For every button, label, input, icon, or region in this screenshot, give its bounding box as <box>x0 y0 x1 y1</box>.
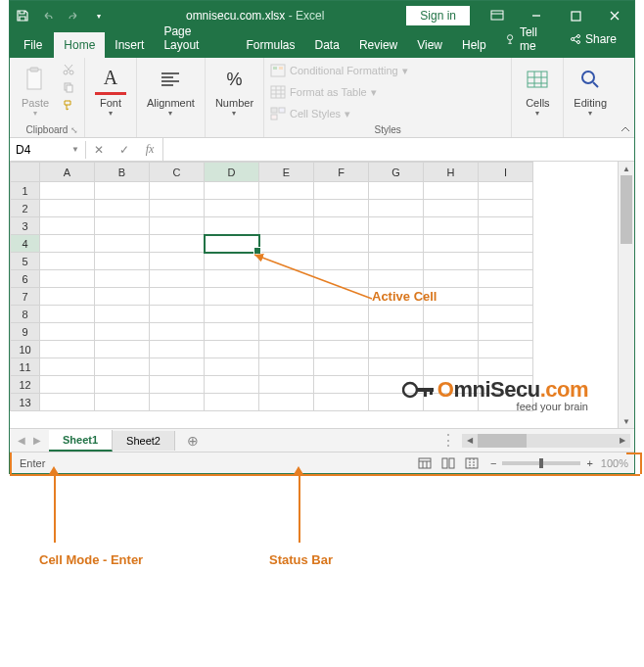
svg-rect-11 <box>67 85 72 92</box>
svg-rect-26 <box>419 458 431 468</box>
share-button[interactable]: Share <box>560 27 626 51</box>
number-button[interactable]: % Number▾ <box>211 62 257 119</box>
normal-view-icon[interactable] <box>414 454 436 472</box>
tab-review[interactable]: Review <box>349 32 407 58</box>
svg-point-20 <box>582 71 594 83</box>
conditional-formatting-button[interactable]: Conditional Formatting ▾ <box>270 62 408 79</box>
svg-rect-13 <box>273 67 277 70</box>
group-font: A Font▾ <box>85 58 137 137</box>
zoom-level[interactable]: 100% <box>601 457 628 469</box>
enter-formula-icon[interactable]: ✓ <box>112 138 137 162</box>
undo-icon[interactable] <box>35 3 61 28</box>
select-all-corner[interactable] <box>11 163 40 182</box>
page-layout-view-icon[interactable] <box>437 454 459 472</box>
tab-insert[interactable]: Insert <box>105 32 154 58</box>
svg-rect-18 <box>271 115 277 119</box>
worksheet-area: A B C D E F G H I 1 2 3 4 5 6 7 8 9 <box>10 162 634 428</box>
col-header[interactable]: I <box>479 163 533 182</box>
svg-rect-15 <box>271 86 285 98</box>
tell-me[interactable]: Tell me <box>496 21 560 58</box>
annotation-status-bar: Status Bar <box>269 552 333 567</box>
zoom-in-icon[interactable]: + <box>586 457 592 469</box>
row-header[interactable]: 7 <box>11 288 40 306</box>
tab-data[interactable]: Data <box>305 32 349 58</box>
row-header[interactable]: 1 <box>11 182 40 200</box>
tab-page-layout[interactable]: Page Layout <box>154 19 236 58</box>
col-header[interactable]: E <box>259 163 314 182</box>
col-header[interactable]: C <box>150 163 205 182</box>
col-header[interactable]: G <box>369 163 424 182</box>
row-header[interactable]: 10 <box>11 341 40 358</box>
ribbon: Paste▾ Clipboard⤡ A Font▾ <box>10 58 634 138</box>
ribbon-tabs: File Home Insert Page Layout Formulas Da… <box>10 30 634 58</box>
tab-formulas[interactable]: Formulas <box>237 32 305 58</box>
svg-point-2 <box>507 35 512 40</box>
row-header[interactable]: 4 <box>11 235 40 253</box>
group-editing: Editing▾ <box>564 58 617 137</box>
group-clipboard: Paste▾ Clipboard⤡ <box>10 58 85 137</box>
sheet-nav-next-icon[interactable]: ▶ <box>33 435 41 446</box>
tab-file[interactable]: File <box>14 32 52 58</box>
svg-rect-16 <box>271 108 277 113</box>
font-button[interactable]: A Font▾ <box>91 62 130 119</box>
col-header[interactable]: H <box>424 163 479 182</box>
formula-bar: D4▼ ✕ ✓ fx <box>10 138 634 162</box>
horizontal-scrollbar[interactable]: ⋮ ◀ ▶ <box>210 431 634 450</box>
row-header[interactable]: 8 <box>11 306 40 323</box>
signin-button[interactable]: Sign in <box>406 6 470 25</box>
zoom-slider[interactable]: − + <box>490 457 593 469</box>
group-styles: Conditional Formatting ▾ Format as Table… <box>264 58 512 137</box>
cells-button[interactable]: Cells▾ <box>518 62 557 119</box>
active-cell[interactable] <box>205 235 259 253</box>
cancel-formula-icon[interactable]: ✕ <box>86 138 112 162</box>
cell-grid[interactable]: A B C D E F G H I 1 2 3 4 5 6 7 8 9 <box>10 162 533 411</box>
qa-customize-icon[interactable]: ▾ <box>86 3 112 28</box>
redo-icon[interactable] <box>61 3 86 28</box>
paste-button[interactable]: Paste▾ <box>16 62 55 119</box>
row-header[interactable]: 2 <box>11 200 40 217</box>
col-header[interactable]: B <box>95 163 150 182</box>
insert-function-icon[interactable]: fx <box>137 138 162 162</box>
page-break-view-icon[interactable] <box>461 454 483 472</box>
callout-area: Cell Mode - Enter Status Bar <box>0 474 644 611</box>
excel-window: ▾ omnisecu.com.xlsx - Excel Sign in File… <box>9 0 635 474</box>
collapse-ribbon-icon[interactable] <box>617 58 634 137</box>
svg-rect-27 <box>442 458 447 468</box>
svg-rect-6 <box>27 70 41 89</box>
tab-help[interactable]: Help <box>452 32 496 58</box>
name-box[interactable]: D4▼ <box>10 141 86 159</box>
col-header[interactable]: A <box>40 163 95 182</box>
group-cells: Cells▾ <box>512 58 564 137</box>
col-header[interactable]: F <box>314 163 369 182</box>
new-sheet-icon[interactable]: ⊕ <box>175 433 210 449</box>
format-as-table-button[interactable]: Format as Table ▾ <box>270 83 377 101</box>
format-painter-icon[interactable] <box>59 97 78 113</box>
sheet-tab-bar: ◀ ▶ Sheet1 Sheet2 ⊕ ⋮ ◀ ▶ <box>10 428 634 452</box>
zoom-out-icon[interactable]: − <box>490 457 496 469</box>
group-alignment: Alignment▾ <box>137 58 206 137</box>
tab-home[interactable]: Home <box>54 32 105 58</box>
row-header[interactable]: 3 <box>11 217 40 235</box>
sheet-tab[interactable]: Sheet1 <box>49 430 113 452</box>
row-header[interactable]: 9 <box>11 323 40 341</box>
vertical-scrollbar[interactable]: ▲ ▼ <box>618 162 634 428</box>
row-header[interactable]: 6 <box>11 270 40 288</box>
col-header[interactable]: D <box>205 163 259 182</box>
cut-icon[interactable] <box>59 62 78 77</box>
save-icon[interactable] <box>10 3 35 28</box>
sheet-nav-prev-icon[interactable]: ◀ <box>18 435 25 446</box>
cell-styles-button[interactable]: Cell Styles ▾ <box>270 105 350 122</box>
row-header[interactable]: 5 <box>11 253 40 270</box>
status-bar: Enter − + 100% <box>10 452 634 473</box>
copy-icon[interactable] <box>59 79 78 95</box>
cell-mode-indicator: Enter <box>16 457 49 469</box>
sheet-tab[interactable]: Sheet2 <box>113 431 175 451</box>
row-header[interactable]: 11 <box>11 358 40 376</box>
formula-input[interactable] <box>163 141 634 159</box>
row-header[interactable]: 13 <box>11 394 40 411</box>
svg-rect-1 <box>572 12 580 21</box>
editing-button[interactable]: Editing▾ <box>570 62 611 119</box>
tab-view[interactable]: View <box>407 32 452 58</box>
row-header[interactable]: 12 <box>11 376 40 394</box>
alignment-button[interactable]: Alignment▾ <box>143 62 199 119</box>
